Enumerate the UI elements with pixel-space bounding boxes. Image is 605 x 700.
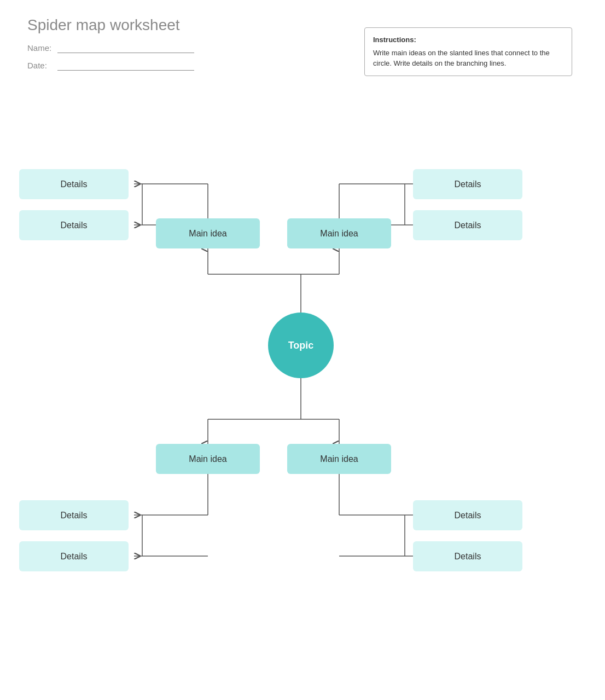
topic-circle[interactable]: Topic	[268, 313, 334, 378]
main-idea-box-4[interactable]: Main idea	[287, 444, 391, 474]
date-label: Date:	[27, 61, 57, 70]
detail-box-6[interactable]: Details	[19, 541, 129, 571]
detail-box-4[interactable]: Details	[413, 210, 522, 240]
detail-box-1[interactable]: Details	[19, 169, 129, 199]
spider-map: Topic Main idea Main idea Main idea Main…	[0, 77, 605, 652]
main-idea-box-2[interactable]: Main idea	[287, 218, 391, 248]
detail-box-7[interactable]: Details	[413, 500, 522, 530]
main-idea-box-1[interactable]: Main idea	[156, 218, 260, 248]
instructions-text: Write main ideas on the slanted lines th…	[373, 48, 563, 69]
detail-box-5[interactable]: Details	[19, 500, 129, 530]
detail-box-2[interactable]: Details	[19, 210, 129, 240]
instructions-box: Instructions: Write main ideas on the sl…	[364, 27, 572, 76]
name-input[interactable]	[57, 42, 194, 53]
detail-box-3[interactable]: Details	[413, 169, 522, 199]
detail-box-8[interactable]: Details	[413, 541, 522, 571]
instructions-title: Instructions:	[373, 34, 563, 45]
name-label: Name:	[27, 43, 57, 53]
date-input[interactable]	[57, 60, 194, 71]
main-idea-box-3[interactable]: Main idea	[156, 444, 260, 474]
